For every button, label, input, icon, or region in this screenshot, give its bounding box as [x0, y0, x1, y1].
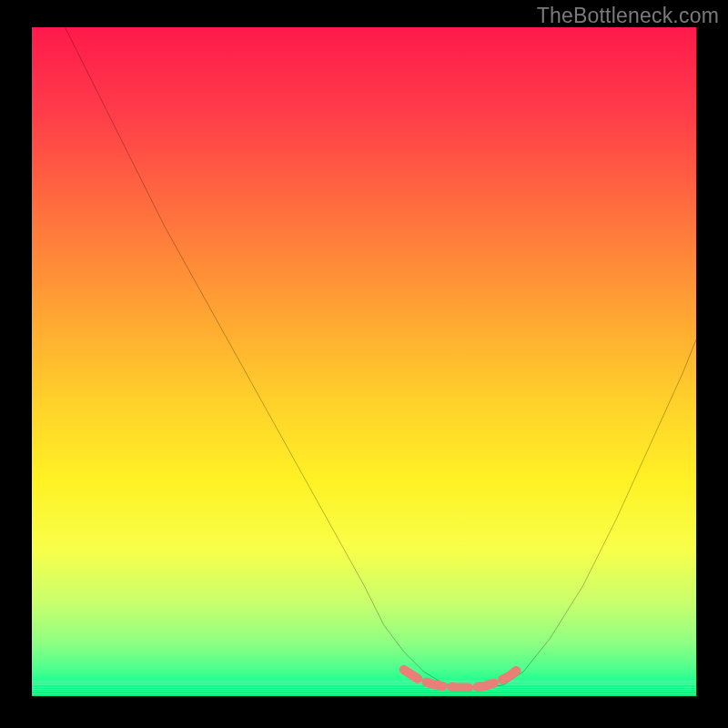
curve-svg [32, 27, 696, 692]
watermark-label: TheBottleneck.com [537, 4, 719, 28]
plot-area [32, 27, 696, 696]
bottleneck-curve [66, 27, 697, 688]
chart-frame: TheBottleneck.com [0, 0, 728, 728]
highlight-trough [404, 668, 521, 688]
